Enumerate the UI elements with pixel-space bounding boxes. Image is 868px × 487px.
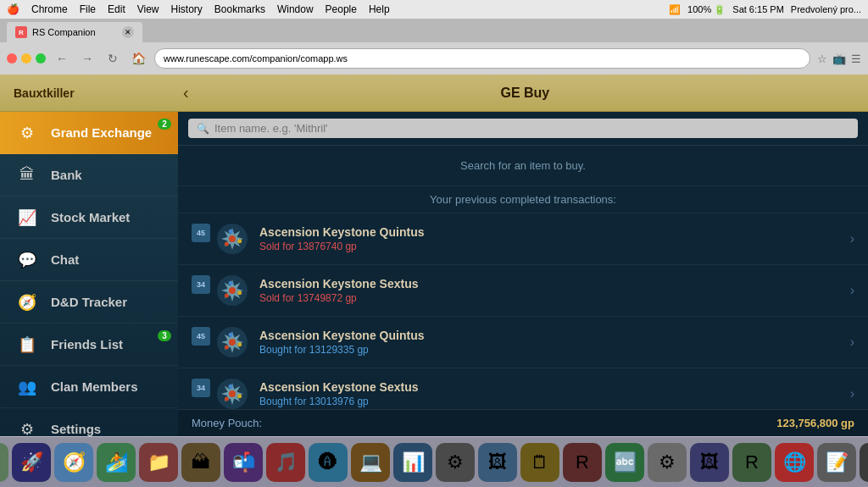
back-arrow[interactable]: ‹: [183, 83, 189, 102]
browser-action-icons: ☆ 📺 ☰: [817, 53, 861, 65]
item-level-badge: 45: [192, 224, 210, 242]
tab-close-button[interactable]: ✕: [122, 26, 134, 38]
item-level-badge: 34: [192, 275, 210, 294]
active-tab[interactable]: R RS Companion ✕: [7, 22, 142, 42]
svg-point-10: [225, 294, 229, 298]
back-nav-button[interactable]: ←: [53, 49, 71, 68]
sidebar-item-clan-members[interactable]: 👥Clan Members: [0, 366, 178, 408]
search-bar-area: 🔍: [178, 112, 868, 146]
user-profile: Predvolený pro...: [791, 4, 861, 14]
main-content: 🔍 Search for an item to buy. Your previo…: [178, 112, 868, 436]
item-chevron-icon: ›: [850, 335, 854, 350]
dock-icon-20[interactable]: 📝: [817, 443, 856, 482]
minimize-button[interactable]: [21, 53, 31, 64]
maximize-button[interactable]: [36, 53, 46, 64]
dock-icon-2[interactable]: 🧭: [54, 443, 93, 482]
dock-icon-18[interactable]: R: [732, 443, 771, 482]
dock-icon-0[interactable]: 🖥: [0, 443, 8, 482]
home-button[interactable]: 🏠: [129, 49, 147, 68]
bookmark-icon[interactable]: ☆: [817, 53, 827, 65]
dock-icon-11[interactable]: ⚙: [436, 443, 475, 482]
menu-file[interactable]: File: [80, 3, 96, 15]
menu-bookmarks[interactable]: Bookmarks: [214, 3, 265, 15]
svg-point-15: [237, 342, 242, 346]
menu-edit[interactable]: Edit: [108, 3, 125, 15]
item-details: Ascension Keystone QuintusSold for 13876…: [259, 225, 850, 252]
dock-icon-6[interactable]: 📬: [224, 443, 263, 482]
menu-history[interactable]: History: [171, 3, 203, 15]
item-price: Bought for 13129335 gp: [259, 344, 850, 356]
transaction-item[interactable]: 34Ascension Keystone SextusBought for 13…: [178, 368, 868, 409]
dock-icon-17[interactable]: 🖼: [690, 443, 729, 482]
sidebar-item-settings[interactable]: ⚙Settings: [0, 408, 178, 436]
mac-menu-bar: 🍎 Chrome File Edit View History Bookmark…: [7, 3, 390, 15]
dock-icon-13[interactable]: 🗒: [520, 443, 559, 482]
dock-icon-8[interactable]: 🅐: [309, 443, 348, 482]
browser-tabs: R RS Companion ✕: [0, 19, 868, 42]
dd-tracker-icon: 🧭: [14, 289, 41, 316]
clock: Sat 6:15 PM: [732, 4, 784, 14]
address-bar[interactable]: www.runescape.com/companion/comapp.ws: [154, 48, 810, 69]
sidebar-item-grand-exchange[interactable]: ⚙Grand Exchange2: [0, 112, 178, 154]
content-body: Search for an item to buy. Your previous…: [178, 146, 868, 409]
search-icon: 🔍: [197, 123, 209, 135]
search-input[interactable]: [214, 122, 849, 135]
dock: 🖥🚀🧭🏄📁🏔📬🎵🅐💻📊⚙🖼🗒R🔤⚙🖼R🌐📝🗑: [0, 436, 868, 487]
settings-icon: ⚙: [14, 416, 41, 437]
money-pouch-label: Money Pouch:: [192, 417, 262, 429]
dock-icon-14[interactable]: R: [563, 443, 602, 482]
dock-icon-16[interactable]: ⚙: [648, 443, 687, 482]
dock-icon-9[interactable]: 💻: [351, 443, 390, 482]
item-details: Ascension Keystone SextusSold for 137498…: [259, 277, 850, 304]
app-header: Bauxtkiller ‹ GE Buy: [0, 75, 868, 112]
dock-icon-5[interactable]: 🏔: [181, 443, 220, 482]
sidebar-item-friends-list[interactable]: 📋Friends List3: [0, 324, 178, 366]
item-chevron-icon: ›: [850, 386, 854, 401]
svg-point-11: [229, 281, 233, 285]
dock-icon-7[interactable]: 🎵: [266, 443, 305, 482]
sidebar-item-bank[interactable]: 🏛Bank: [0, 154, 178, 196]
dock-icon-10[interactable]: 📊: [393, 443, 432, 482]
transaction-item[interactable]: 45Ascension Keystone QuintusBought for 1…: [178, 317, 868, 368]
forward-nav-button[interactable]: →: [78, 49, 97, 68]
battery-indicator: 100% 🔋: [687, 4, 726, 15]
dock-icon-1[interactable]: 🚀: [12, 443, 51, 482]
item-level-badge: 45: [192, 327, 210, 346]
sidebar-item-dd-tracker[interactable]: 🧭D&D Tracker: [0, 281, 178, 324]
apple-menu[interactable]: 🍎: [7, 3, 19, 15]
svg-point-8: [229, 287, 236, 294]
menu-view[interactable]: View: [137, 3, 159, 15]
transaction-item[interactable]: 45Ascension Keystone QuintusSold for 138…: [178, 213, 868, 265]
mac-status-bar: 📶 100% 🔋 Sat 6:15 PM Predvolený pro...: [669, 4, 861, 15]
content-wrapper: ⚙Grand Exchange2🏛Bank📈Stock Market💬Chat🧭…: [0, 112, 868, 436]
dock-icon-12[interactable]: 🖼: [478, 443, 517, 482]
close-button[interactable]: [7, 53, 17, 64]
previous-transactions-header: Your previous completed transactions:: [178, 186, 868, 213]
dock-icon-19[interactable]: 🌐: [775, 443, 814, 482]
menu-chrome[interactable]: Chrome: [31, 3, 68, 15]
keystone-icon: [215, 274, 249, 307]
transaction-item[interactable]: 34Ascension Keystone SextusSold for 1374…: [178, 265, 868, 317]
cast-icon[interactable]: 📺: [832, 53, 846, 65]
svg-point-9: [237, 291, 242, 295]
browser-chrome: R RS Companion ✕ ← → ↻ 🏠 www.runescape.c…: [0, 19, 868, 75]
reload-button[interactable]: ↻: [103, 49, 122, 68]
svg-point-20: [229, 390, 236, 397]
menu-people[interactable]: People: [326, 3, 357, 15]
dock-icon-3[interactable]: 🏄: [97, 443, 136, 482]
sidebar: ⚙Grand Exchange2🏛Bank📈Stock Market💬Chat🧭…: [0, 112, 178, 436]
sidebar-item-stock-market[interactable]: 📈Stock Market: [0, 196, 178, 239]
svg-point-21: [237, 394, 242, 398]
keystone-icon: [215, 377, 249, 409]
money-pouch-value: 123,756,800 gp: [776, 417, 854, 429]
tab-favicon: R: [15, 26, 27, 38]
dock-icon-21[interactable]: 🗑: [860, 443, 868, 482]
item-name: Ascension Keystone Quintus: [259, 225, 850, 239]
menu-icon[interactable]: ☰: [851, 53, 861, 65]
dock-icon-4[interactable]: 📁: [139, 443, 178, 482]
dock-icon-15[interactable]: 🔤: [605, 443, 644, 482]
menu-help[interactable]: Help: [369, 3, 390, 15]
sidebar-item-chat[interactable]: 💬Chat: [0, 239, 178, 281]
menu-window[interactable]: Window: [277, 3, 314, 15]
money-pouch-bar: Money Pouch: 123,756,800 gp: [178, 409, 868, 436]
